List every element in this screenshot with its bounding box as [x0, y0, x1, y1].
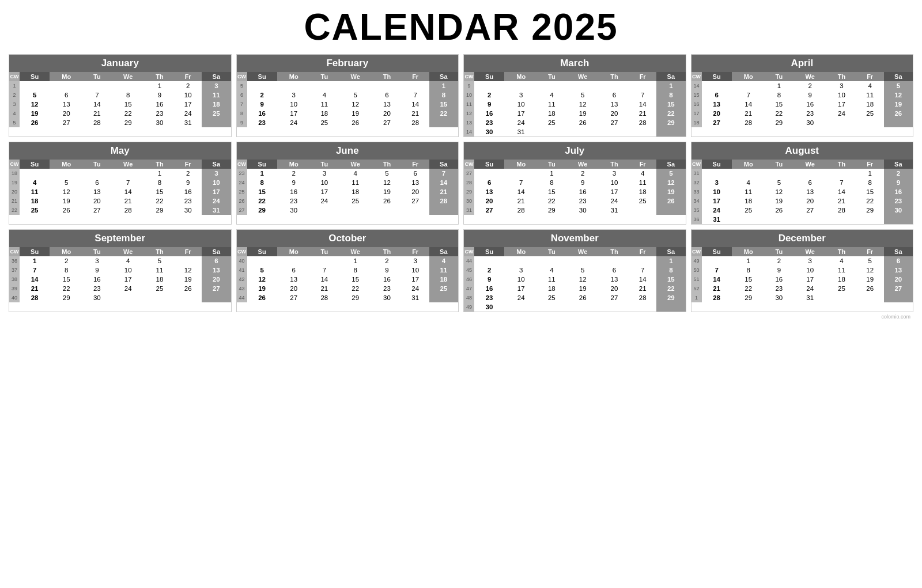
- month-february: FebruaryCWSuMoTuWeThFrSa5162345678791011…: [236, 54, 459, 137]
- calendar-grid: JanuaryCWSuMoTuWeThFrSa11232567891011312…: [9, 54, 913, 312]
- footer-note: colomio.com: [9, 314, 913, 320]
- month-november: NovemberCWSuMoTuWeThFrSa4414523456784691…: [463, 229, 686, 312]
- month-january: JanuaryCWSuMoTuWeThFrSa11232567891011312…: [9, 54, 232, 137]
- month-july: JulyCWSuMoTuWeThFrSa27123452867891011122…: [463, 142, 686, 225]
- month-september: SeptemberCWSuMoTuWeThFrSa361234563778910…: [9, 229, 232, 312]
- month-title: September: [9, 230, 231, 247]
- month-title: January: [9, 55, 231, 72]
- month-april: AprilCWSuMoTuWeThFrSa1412345156789101112…: [691, 54, 914, 137]
- month-title: June: [237, 142, 459, 160]
- month-title: August: [692, 142, 913, 160]
- month-december: DecemberCWSuMoTuWeThFrSa4912345650789101…: [691, 229, 914, 312]
- month-october: OctoberCWSuMoTuWeThFrSa40123441567891011…: [236, 229, 459, 312]
- month-title: July: [464, 142, 686, 160]
- month-title: April: [692, 55, 913, 72]
- page-title: CALENDAR 2025: [9, 6, 913, 48]
- month-title: March: [464, 55, 686, 72]
- month-august: AugustCWSuMoTuWeThFrSa311232345678933101…: [691, 142, 914, 225]
- month-title: May: [9, 142, 231, 160]
- month-june: JuneCWSuMoTuWeThFrSa23123456724891011121…: [236, 142, 459, 225]
- month-title: October: [237, 230, 459, 247]
- month-title: November: [464, 230, 686, 247]
- month-march: MarchCWSuMoTuWeThFrSa9110234567811910111…: [463, 54, 686, 137]
- month-may: MayCWSuMoTuWeThFrSa181231945678910201112…: [9, 142, 232, 225]
- month-title: December: [692, 230, 913, 247]
- month-title: February: [237, 55, 459, 72]
